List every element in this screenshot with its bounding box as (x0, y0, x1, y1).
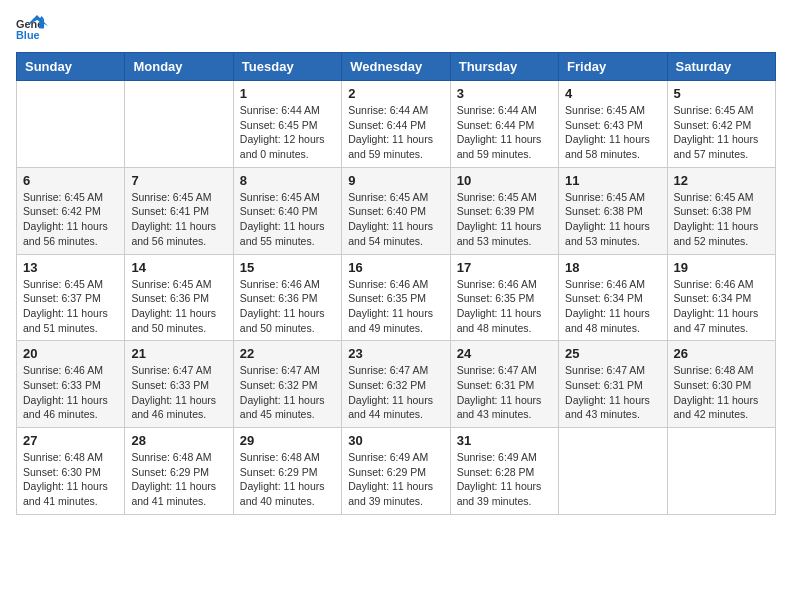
table-row: 12Sunrise: 6:45 AMSunset: 6:38 PMDayligh… (667, 167, 775, 254)
day-number: 13 (23, 260, 118, 275)
day-info: Sunrise: 6:45 AMSunset: 6:41 PMDaylight:… (131, 190, 226, 249)
day-info: Sunrise: 6:45 AMSunset: 6:37 PMDaylight:… (23, 277, 118, 336)
day-number: 1 (240, 86, 335, 101)
day-info: Sunrise: 6:44 AMSunset: 6:44 PMDaylight:… (348, 103, 443, 162)
day-info: Sunrise: 6:46 AMSunset: 6:33 PMDaylight:… (23, 363, 118, 422)
table-row: 30Sunrise: 6:49 AMSunset: 6:29 PMDayligh… (342, 428, 450, 515)
table-row (667, 428, 775, 515)
day-number: 17 (457, 260, 552, 275)
day-number: 21 (131, 346, 226, 361)
table-row: 25Sunrise: 6:47 AMSunset: 6:31 PMDayligh… (559, 341, 667, 428)
day-number: 11 (565, 173, 660, 188)
table-row: 2Sunrise: 6:44 AMSunset: 6:44 PMDaylight… (342, 81, 450, 168)
day-info: Sunrise: 6:45 AMSunset: 6:40 PMDaylight:… (240, 190, 335, 249)
table-row: 28Sunrise: 6:48 AMSunset: 6:29 PMDayligh… (125, 428, 233, 515)
day-info: Sunrise: 6:45 AMSunset: 6:39 PMDaylight:… (457, 190, 552, 249)
day-number: 29 (240, 433, 335, 448)
day-number: 28 (131, 433, 226, 448)
svg-marker-4 (26, 15, 48, 26)
day-number: 9 (348, 173, 443, 188)
table-row: 1Sunrise: 6:44 AMSunset: 6:45 PMDaylight… (233, 81, 341, 168)
day-info: Sunrise: 6:48 AMSunset: 6:30 PMDaylight:… (23, 450, 118, 509)
table-row: 5Sunrise: 6:45 AMSunset: 6:42 PMDaylight… (667, 81, 775, 168)
day-number: 10 (457, 173, 552, 188)
day-info: Sunrise: 6:46 AMSunset: 6:34 PMDaylight:… (674, 277, 769, 336)
day-number: 20 (23, 346, 118, 361)
day-info: Sunrise: 6:49 AMSunset: 6:29 PMDaylight:… (348, 450, 443, 509)
calendar-week-row: 13Sunrise: 6:45 AMSunset: 6:37 PMDayligh… (17, 254, 776, 341)
col-header-friday: Friday (559, 53, 667, 81)
day-info: Sunrise: 6:47 AMSunset: 6:31 PMDaylight:… (457, 363, 552, 422)
table-row: 9Sunrise: 6:45 AMSunset: 6:40 PMDaylight… (342, 167, 450, 254)
table-row: 21Sunrise: 6:47 AMSunset: 6:33 PMDayligh… (125, 341, 233, 428)
day-info: Sunrise: 6:46 AMSunset: 6:35 PMDaylight:… (457, 277, 552, 336)
table-row: 11Sunrise: 6:45 AMSunset: 6:38 PMDayligh… (559, 167, 667, 254)
table-row: 16Sunrise: 6:46 AMSunset: 6:35 PMDayligh… (342, 254, 450, 341)
table-row: 26Sunrise: 6:48 AMSunset: 6:30 PMDayligh… (667, 341, 775, 428)
table-row (125, 81, 233, 168)
day-number: 30 (348, 433, 443, 448)
calendar-week-row: 20Sunrise: 6:46 AMSunset: 6:33 PMDayligh… (17, 341, 776, 428)
day-number: 8 (240, 173, 335, 188)
day-info: Sunrise: 6:45 AMSunset: 6:43 PMDaylight:… (565, 103, 660, 162)
table-row: 3Sunrise: 6:44 AMSunset: 6:44 PMDaylight… (450, 81, 558, 168)
calendar-week-row: 6Sunrise: 6:45 AMSunset: 6:42 PMDaylight… (17, 167, 776, 254)
day-number: 19 (674, 260, 769, 275)
calendar-week-row: 1Sunrise: 6:44 AMSunset: 6:45 PMDaylight… (17, 81, 776, 168)
col-header-thursday: Thursday (450, 53, 558, 81)
logo: General Blue (16, 16, 48, 44)
day-info: Sunrise: 6:48 AMSunset: 6:30 PMDaylight:… (674, 363, 769, 422)
day-info: Sunrise: 6:45 AMSunset: 6:42 PMDaylight:… (674, 103, 769, 162)
table-row: 13Sunrise: 6:45 AMSunset: 6:37 PMDayligh… (17, 254, 125, 341)
calendar-header-row: SundayMondayTuesdayWednesdayThursdayFrid… (17, 53, 776, 81)
day-info: Sunrise: 6:48 AMSunset: 6:29 PMDaylight:… (131, 450, 226, 509)
day-info: Sunrise: 6:46 AMSunset: 6:35 PMDaylight:… (348, 277, 443, 336)
day-info: Sunrise: 6:46 AMSunset: 6:34 PMDaylight:… (565, 277, 660, 336)
day-number: 26 (674, 346, 769, 361)
day-number: 16 (348, 260, 443, 275)
day-number: 2 (348, 86, 443, 101)
day-number: 15 (240, 260, 335, 275)
table-row: 8Sunrise: 6:45 AMSunset: 6:40 PMDaylight… (233, 167, 341, 254)
col-header-sunday: Sunday (17, 53, 125, 81)
table-row: 31Sunrise: 6:49 AMSunset: 6:28 PMDayligh… (450, 428, 558, 515)
table-row: 14Sunrise: 6:45 AMSunset: 6:36 PMDayligh… (125, 254, 233, 341)
table-row: 6Sunrise: 6:45 AMSunset: 6:42 PMDaylight… (17, 167, 125, 254)
day-info: Sunrise: 6:47 AMSunset: 6:32 PMDaylight:… (240, 363, 335, 422)
day-info: Sunrise: 6:47 AMSunset: 6:33 PMDaylight:… (131, 363, 226, 422)
day-info: Sunrise: 6:45 AMSunset: 6:36 PMDaylight:… (131, 277, 226, 336)
calendar-table: SundayMondayTuesdayWednesdayThursdayFrid… (16, 52, 776, 515)
day-number: 3 (457, 86, 552, 101)
table-row: 24Sunrise: 6:47 AMSunset: 6:31 PMDayligh… (450, 341, 558, 428)
col-header-saturday: Saturday (667, 53, 775, 81)
day-info: Sunrise: 6:47 AMSunset: 6:31 PMDaylight:… (565, 363, 660, 422)
day-number: 22 (240, 346, 335, 361)
day-number: 4 (565, 86, 660, 101)
table-row: 7Sunrise: 6:45 AMSunset: 6:41 PMDaylight… (125, 167, 233, 254)
col-header-tuesday: Tuesday (233, 53, 341, 81)
day-number: 12 (674, 173, 769, 188)
day-number: 25 (565, 346, 660, 361)
table-row: 19Sunrise: 6:46 AMSunset: 6:34 PMDayligh… (667, 254, 775, 341)
col-header-wednesday: Wednesday (342, 53, 450, 81)
day-info: Sunrise: 6:48 AMSunset: 6:29 PMDaylight:… (240, 450, 335, 509)
day-info: Sunrise: 6:44 AMSunset: 6:45 PMDaylight:… (240, 103, 335, 162)
table-row: 10Sunrise: 6:45 AMSunset: 6:39 PMDayligh… (450, 167, 558, 254)
table-row (559, 428, 667, 515)
table-row: 15Sunrise: 6:46 AMSunset: 6:36 PMDayligh… (233, 254, 341, 341)
day-number: 23 (348, 346, 443, 361)
day-info: Sunrise: 6:49 AMSunset: 6:28 PMDaylight:… (457, 450, 552, 509)
day-info: Sunrise: 6:45 AMSunset: 6:40 PMDaylight:… (348, 190, 443, 249)
table-row: 4Sunrise: 6:45 AMSunset: 6:43 PMDaylight… (559, 81, 667, 168)
day-info: Sunrise: 6:45 AMSunset: 6:38 PMDaylight:… (565, 190, 660, 249)
logo-arrow-icon (26, 15, 48, 37)
table-row: 27Sunrise: 6:48 AMSunset: 6:30 PMDayligh… (17, 428, 125, 515)
day-number: 31 (457, 433, 552, 448)
day-number: 6 (23, 173, 118, 188)
table-row (17, 81, 125, 168)
day-number: 14 (131, 260, 226, 275)
page-header: General Blue (16, 16, 776, 44)
day-number: 7 (131, 173, 226, 188)
day-info: Sunrise: 6:47 AMSunset: 6:32 PMDaylight:… (348, 363, 443, 422)
day-info: Sunrise: 6:45 AMSunset: 6:38 PMDaylight:… (674, 190, 769, 249)
